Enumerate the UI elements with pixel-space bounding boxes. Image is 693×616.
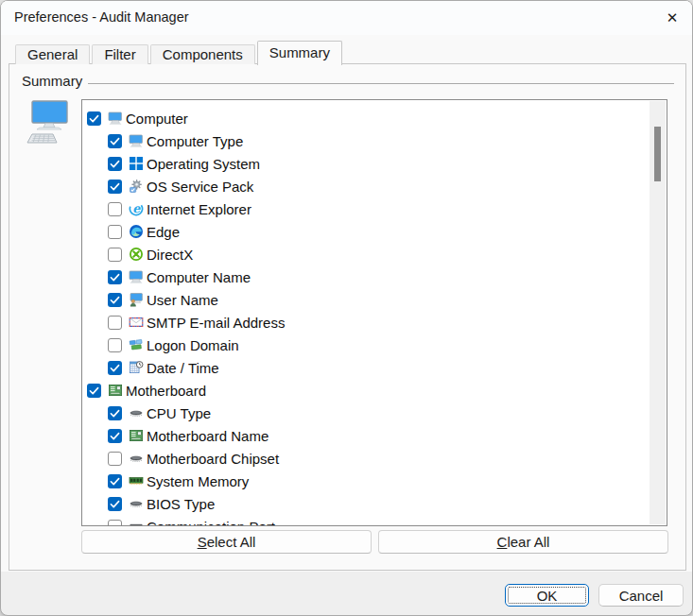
tree-item-label: Edge <box>147 224 180 240</box>
summary-tree: ComputerComputer TypeOperating SystemOS … <box>81 99 667 526</box>
tree-item[interactable]: Communication Port <box>82 515 667 526</box>
tree-item[interactable]: Motherboard Chipset <box>82 447 667 470</box>
tree-item-label: Internet Explorer <box>147 201 251 217</box>
group-divider <box>72 83 674 84</box>
tab-components[interactable]: Components <box>150 44 255 64</box>
checkbox-checked[interactable] <box>87 111 101 126</box>
tree-item-label: BIOS Type <box>147 496 215 512</box>
tree-item[interactable]: Computer <box>82 107 667 129</box>
checkbox-unchecked[interactable] <box>108 202 122 216</box>
checkbox-checked[interactable] <box>108 406 122 420</box>
tree-item[interactable]: eInternet Explorer <box>82 197 667 220</box>
email-icon <box>128 315 144 331</box>
checkbox-checked[interactable] <box>108 474 122 488</box>
checkbox-checked[interactable] <box>108 293 122 307</box>
motherboard-icon <box>107 383 123 399</box>
checkbox-checked[interactable] <box>108 361 122 375</box>
select-all-button[interactable]: Select All <box>81 530 372 554</box>
dialog-body: Preferences - Audit Manager ✕ GeneralFil… <box>1 1 693 572</box>
summary-tab-panel: Summary ComputerComputer TypeOperating S… <box>9 63 686 571</box>
tree-item[interactable]: DirectX <box>82 243 667 265</box>
tab-general[interactable]: General <box>15 44 90 64</box>
tree-item-label: Computer Type <box>147 133 243 149</box>
tree-item-label: Motherboard <box>126 383 206 399</box>
tree-item-label: SMTP E-mail Address <box>147 315 285 331</box>
checkbox-checked[interactable] <box>108 157 122 171</box>
internet-explorer-icon: e <box>128 201 144 217</box>
tree-item[interactable]: Logon Domain <box>82 334 667 356</box>
tab-filter[interactable]: Filter <box>92 44 147 64</box>
tree-scrollbar[interactable] <box>650 101 666 524</box>
select-all-label: Select All <box>198 534 256 550</box>
ok-label: OK <box>537 588 558 604</box>
tree-item[interactable]: BIOS Type <box>82 492 667 515</box>
tree-item-label: Motherboard Name <box>147 428 269 444</box>
svg-text:e: e <box>132 201 141 215</box>
directx-icon <box>128 247 144 263</box>
tree-item-label: Logon Domain <box>147 337 239 353</box>
tree-item[interactable]: Motherboard <box>82 379 667 402</box>
computer-icon <box>107 111 123 127</box>
tab-bar: GeneralFilterComponentsSummary <box>15 41 344 64</box>
checkbox-checked[interactable] <box>108 497 122 511</box>
tree-item[interactable]: Motherboard Name <box>82 424 667 447</box>
comport-icon <box>128 519 144 527</box>
tree-item-label: Communication Port <box>147 519 275 527</box>
close-button[interactable]: ✕ <box>658 6 686 30</box>
cpu-icon <box>128 496 144 512</box>
tree-item[interactable]: OS Service Pack <box>82 175 667 197</box>
tree-item-label: OS Service Pack <box>147 179 253 195</box>
checkbox-unchecked[interactable] <box>108 520 122 527</box>
tree-item[interactable]: Operating System <box>82 152 667 175</box>
checkbox-unchecked[interactable] <box>108 225 122 239</box>
cancel-label: Cancel <box>619 588 664 604</box>
checkbox-unchecked[interactable] <box>108 452 122 466</box>
tree-item[interactable]: Edge <box>82 220 667 243</box>
tree-item-label: CPU Type <box>147 405 211 421</box>
computer-icon <box>128 133 144 149</box>
ok-button[interactable]: OK <box>505 584 589 607</box>
tree-item[interactable]: Date / Time <box>82 356 667 379</box>
motherboard-icon <box>128 428 144 444</box>
computer-icon <box>128 269 144 285</box>
user-icon <box>128 292 144 308</box>
cpu-icon <box>128 405 144 421</box>
tree-item[interactable]: Computer Type <box>82 129 667 152</box>
tree-item-label: Date / Time <box>147 360 219 376</box>
tree-item-label: Computer <box>126 111 188 127</box>
window-title: Preferences - Audit Manager <box>14 9 189 25</box>
checkbox-unchecked[interactable] <box>108 248 122 262</box>
tree-item[interactable]: SMTP E-mail Address <box>82 311 667 334</box>
clear-all-label: Clear All <box>497 534 550 550</box>
scrollbar-thumb[interactable] <box>654 127 661 181</box>
tree-item[interactable]: User Name <box>82 288 667 311</box>
datetime-icon <box>128 360 144 376</box>
tree-item[interactable]: System Memory <box>82 470 667 492</box>
tree-item-label: Computer Name <box>147 269 251 285</box>
tree-item-label: User Name <box>147 292 218 308</box>
tree-item-label: Operating System <box>147 156 260 172</box>
tree-item[interactable]: Computer Name <box>82 265 667 288</box>
computer-large-icon <box>25 100 70 147</box>
clear-all-button[interactable]: Clear All <box>378 530 668 554</box>
windows-icon <box>128 156 144 172</box>
checkbox-checked[interactable] <box>87 384 101 398</box>
checkbox-checked[interactable] <box>108 180 122 194</box>
checkbox-unchecked[interactable] <box>108 338 122 352</box>
edge-icon <box>128 224 144 240</box>
summary-group-label: Summary <box>22 73 88 89</box>
cancel-button[interactable]: Cancel <box>598 584 684 607</box>
tab-summary[interactable]: Summary <box>257 41 342 65</box>
checkbox-checked[interactable] <box>108 429 122 443</box>
checkbox-checked[interactable] <box>108 270 122 284</box>
tree-item-label: DirectX <box>147 247 193 263</box>
memory-icon <box>128 473 144 489</box>
preferences-dialog: Preferences - Audit Manager ✕ GeneralFil… <box>0 0 693 616</box>
tree-item[interactable]: CPU Type <box>82 402 667 424</box>
tree-item-label: System Memory <box>147 473 249 489</box>
cpu-icon <box>128 451 144 467</box>
tree-rows: ComputerComputer TypeOperating SystemOS … <box>82 100 667 526</box>
checkbox-checked[interactable] <box>108 134 122 148</box>
close-icon: ✕ <box>667 9 679 26</box>
checkbox-unchecked[interactable] <box>108 316 122 330</box>
